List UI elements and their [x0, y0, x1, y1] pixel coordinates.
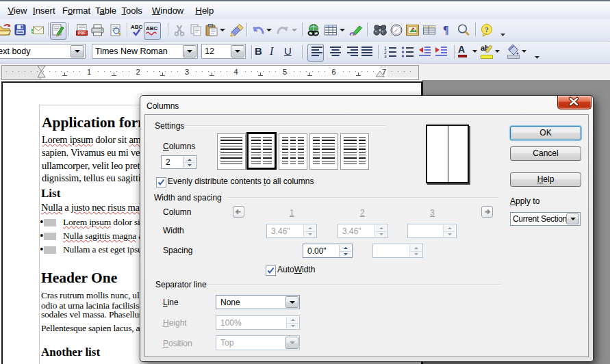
- svg-text:ABC: ABC: [146, 25, 158, 31]
- svg-text:PDF: PDF: [78, 31, 86, 35]
- svg-text:?: ?: [485, 25, 489, 34]
- svg-text:ABC: ABC: [131, 24, 143, 30]
- svg-text:3: 3: [384, 54, 387, 59]
